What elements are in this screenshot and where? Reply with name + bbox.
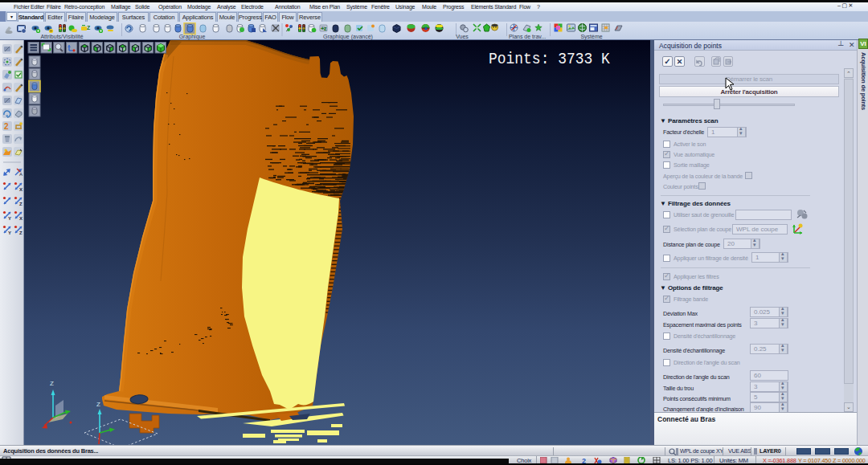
svg-text:2: 2 — [4, 122, 9, 131]
svg-text:Z: Z — [87, 25, 91, 31]
svg-text:X: X — [19, 187, 23, 192]
svg-text:+z: +z — [321, 26, 327, 31]
svg-text:X: X — [19, 216, 23, 221]
svg-text:Y: Y — [8, 216, 11, 221]
svg-text:A: A — [19, 172, 23, 177]
svg-text:Z: Z — [19, 230, 23, 235]
svg-text:Z: Z — [50, 380, 54, 387]
svg-text:Y: Y — [8, 230, 11, 235]
svg-text:Z: Z — [96, 401, 100, 408]
svg-text:Z: Z — [19, 202, 23, 206]
